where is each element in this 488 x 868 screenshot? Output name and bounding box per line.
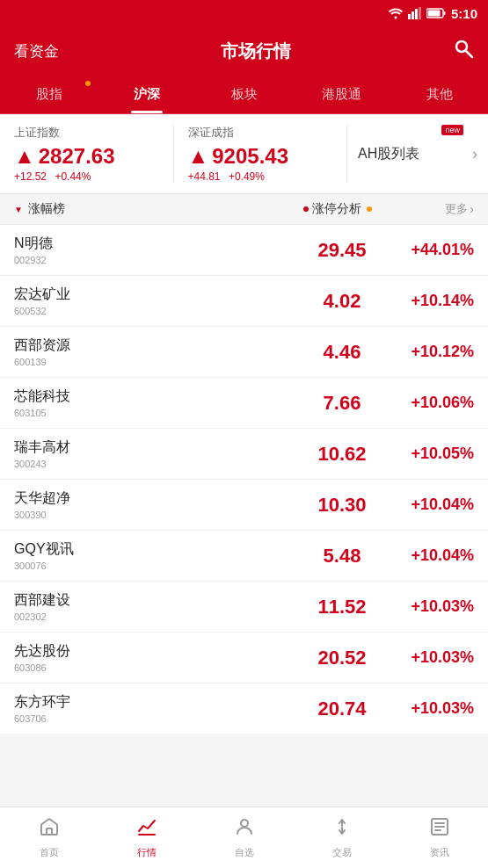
stock-price: 5.48 bbox=[298, 545, 386, 568]
index-section: 上证指数 ▲ 2827.63 +12.52 +0.44% 深证成指 ▲ 9205… bbox=[0, 114, 488, 194]
watchlist-icon bbox=[234, 816, 255, 843]
market-icon bbox=[136, 816, 157, 843]
szindex-change: +44.81 +0.49% bbox=[188, 170, 333, 183]
stock-info: 先达股份 603086 bbox=[14, 642, 298, 673]
stock-row[interactable]: 宏达矿业 600532 4.02 +10.14% bbox=[0, 276, 488, 327]
tab-guzhi[interactable]: 股指 bbox=[0, 76, 98, 113]
stock-code: 300076 bbox=[14, 561, 298, 571]
stock-name: GQY视讯 bbox=[14, 540, 298, 559]
tab-qita[interactable]: 其他 bbox=[390, 76, 488, 113]
stock-code: 603105 bbox=[14, 408, 298, 418]
stock-change: +10.03% bbox=[386, 699, 474, 718]
status-time: 5:10 bbox=[451, 6, 477, 21]
more-arrow-icon: › bbox=[470, 202, 474, 216]
stock-row[interactable]: 西部资源 600139 4.46 +10.12% bbox=[0, 327, 488, 378]
stock-info: N明德 002932 bbox=[14, 235, 298, 265]
nav-home-label: 首页 bbox=[40, 846, 59, 859]
analysis-dot-icon bbox=[303, 206, 309, 212]
stock-price: 20.52 bbox=[298, 647, 386, 669]
szindex-name: 深证成指 bbox=[188, 125, 333, 141]
shindex-change: +12.52 +0.44% bbox=[14, 170, 159, 183]
tab-hushen[interactable]: 沪深 bbox=[98, 76, 195, 113]
nav-market-label: 行情 bbox=[137, 846, 157, 859]
analysis-label[interactable]: 涨停分析 bbox=[312, 201, 361, 217]
stock-info: 西部资源 600139 bbox=[14, 336, 298, 367]
nav-news[interactable]: 资讯 bbox=[390, 807, 488, 868]
stock-price: 20.74 bbox=[298, 698, 386, 720]
stock-price: 7.66 bbox=[298, 392, 386, 415]
nav-watchlist[interactable]: 自选 bbox=[195, 807, 293, 868]
shindex-value: ▲ 2827.63 bbox=[14, 144, 159, 169]
stock-code: 603086 bbox=[14, 662, 298, 673]
main-tab-bar: 股指 沪深 板块 港股通 其他 bbox=[0, 76, 488, 114]
stock-name: 瑞丰高材 bbox=[14, 438, 298, 457]
nav-watchlist-label: 自选 bbox=[235, 846, 254, 859]
nav-trade-label: 交易 bbox=[332, 846, 352, 859]
svg-rect-2 bbox=[415, 9, 418, 19]
stock-change: +10.04% bbox=[386, 546, 474, 565]
search-icon[interactable] bbox=[453, 38, 474, 64]
svg-rect-5 bbox=[427, 11, 440, 17]
szindex-card[interactable]: 深证成指 ▲ 9205.43 +44.81 +0.49% bbox=[174, 125, 348, 183]
stock-row[interactable]: 天华超净 300390 10.30 +10.04% bbox=[0, 480, 488, 531]
status-bar: 5:10 bbox=[0, 0, 488, 26]
stock-price: 29.45 bbox=[298, 239, 386, 262]
stock-info: 瑞丰高材 300243 bbox=[14, 438, 298, 469]
section-title[interactable]: 涨幅榜 bbox=[28, 201, 65, 217]
stock-change: +10.12% bbox=[386, 343, 474, 361]
stock-price: 10.62 bbox=[298, 443, 386, 466]
stock-row[interactable]: 东方环宇 603706 20.74 +10.03% bbox=[0, 684, 488, 734]
ah-card[interactable]: new AH股列表 › bbox=[347, 125, 488, 183]
nav-market[interactable]: 行情 bbox=[98, 807, 195, 868]
header-title: 市场行情 bbox=[221, 40, 291, 63]
section-more-button[interactable]: 更多 › bbox=[445, 201, 474, 217]
svg-rect-0 bbox=[408, 14, 411, 19]
app-header: 看资金 市场行情 bbox=[0, 26, 488, 76]
nav-home[interactable]: 首页 bbox=[0, 807, 98, 868]
stock-name: 宏达矿业 bbox=[14, 286, 298, 304]
stock-name: 西部资源 bbox=[14, 336, 298, 355]
svg-rect-1 bbox=[412, 11, 414, 19]
stock-name: 先达股份 bbox=[14, 642, 298, 661]
stock-row[interactable]: N明德 002932 29.45 +44.01% bbox=[0, 225, 488, 276]
stock-info: 天华超净 300390 bbox=[14, 489, 298, 520]
stock-row[interactable]: 西部建设 002302 11.52 +10.03% bbox=[0, 582, 488, 633]
bottom-nav: 首页 行情 自选 交易 bbox=[0, 807, 488, 868]
signal-icon bbox=[408, 7, 422, 19]
stock-row[interactable]: 先达股份 603086 20.52 +10.03% bbox=[0, 633, 488, 684]
stock-info: 东方环宇 603706 bbox=[14, 693, 298, 724]
triangle-icon: ▼ bbox=[14, 205, 23, 214]
stock-name: 西部建设 bbox=[14, 591, 298, 610]
stock-info: GQY视讯 300076 bbox=[14, 540, 298, 571]
header-left-label[interactable]: 看资金 bbox=[14, 41, 59, 61]
stock-row[interactable]: 芯能科技 603105 7.66 +10.06% bbox=[0, 378, 488, 429]
news-icon bbox=[429, 816, 450, 843]
stock-change: +10.03% bbox=[386, 597, 474, 616]
stock-code: 600139 bbox=[14, 357, 298, 367]
stock-name: 天华超净 bbox=[14, 489, 298, 508]
nav-news-label: 资讯 bbox=[430, 846, 449, 859]
shindex-arrow: ▲ bbox=[14, 144, 35, 169]
stock-row[interactable]: 瑞丰高材 300243 10.62 +10.05% bbox=[0, 429, 488, 480]
trade-icon bbox=[331, 816, 353, 843]
ah-label: AH股列表 bbox=[358, 145, 419, 163]
stock-change: +10.14% bbox=[386, 292, 474, 310]
stock-price: 4.46 bbox=[298, 341, 386, 364]
stock-code: 002932 bbox=[14, 255, 298, 265]
svg-rect-6 bbox=[443, 11, 445, 15]
shindex-card[interactable]: 上证指数 ▲ 2827.63 +12.52 +0.44% bbox=[0, 125, 174, 183]
tab-ganggu[interactable]: 港股通 bbox=[293, 76, 390, 113]
tab-bankuai[interactable]: 板块 bbox=[195, 76, 293, 113]
stock-change: +10.04% bbox=[386, 495, 474, 514]
stock-info: 宏达矿业 600532 bbox=[14, 286, 298, 316]
stock-price: 10.30 bbox=[298, 494, 386, 517]
stock-row[interactable]: GQY视讯 300076 5.48 +10.04% bbox=[0, 531, 488, 582]
nav-trade[interactable]: 交易 bbox=[293, 807, 390, 868]
stock-info: 西部建设 002302 bbox=[14, 591, 298, 622]
section-middle: 涨停分析 bbox=[229, 201, 445, 217]
stock-code: 603706 bbox=[14, 713, 298, 724]
stock-change: +10.05% bbox=[386, 445, 474, 463]
stock-info: 芯能科技 603105 bbox=[14, 387, 298, 418]
section-header: ▼ 涨幅榜 涨停分析 更多 › bbox=[0, 194, 488, 225]
svg-line-8 bbox=[466, 51, 472, 57]
